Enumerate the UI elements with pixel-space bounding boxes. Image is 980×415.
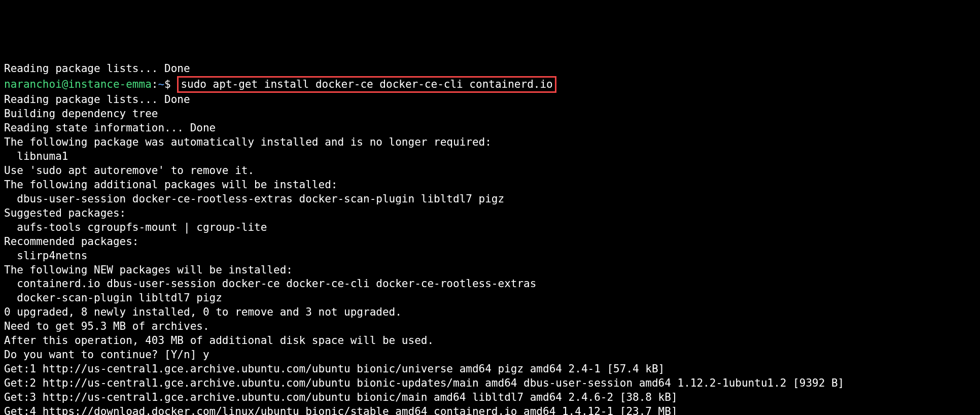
output-line-17: After this operation, 403 MB of addition…	[4, 334, 976, 348]
output-line-18: Do you want to continue? [Y/n] y	[4, 348, 976, 362]
output-line-6: The following additional packages will b…	[4, 178, 976, 192]
output-line-7: dbus-user-session docker-ce-rootless-ext…	[4, 192, 976, 206]
output-line-1: Building dependency tree	[4, 107, 976, 121]
output-line-3: The following package was automatically …	[4, 135, 976, 150]
output-line-8: Suggested packages:	[4, 206, 976, 221]
output-line-9: aufs-tools cgroupfs-mount | cgroup-lite	[4, 221, 976, 235]
output-line-21: Get:3 http://us-central1.gce.archive.ubu…	[4, 391, 976, 405]
output-line-11: slirp4netns	[4, 249, 976, 263]
output-line-22: Get:4 https://download.docker.com/linux/…	[4, 405, 976, 415]
prompt-dollar: $	[164, 78, 177, 90]
output-line-16: Need to get 95.3 MB of archives.	[4, 320, 976, 334]
output-line-10: Recommended packages:	[4, 235, 976, 249]
highlighted-command: sudo apt-get install docker-ce docker-ce…	[177, 76, 556, 93]
output-line-14: docker-scan-plugin libltdl7 pigz	[4, 291, 976, 305]
output-line-5: Use 'sudo apt autoremove' to remove it.	[4, 164, 976, 178]
prompt-user-host: naranchoi@instance-emma	[4, 78, 152, 90]
cutoff-previous-line: Reading package lists... Done	[4, 62, 976, 76]
prompt-colon: :	[152, 78, 158, 90]
prompt-path: ~	[158, 78, 164, 90]
output-line-2: Reading state information... Done	[4, 121, 976, 135]
prompt-line: naranchoi@instance-emma:~$ sudo apt-get …	[4, 76, 976, 93]
output-line-0: Reading package lists... Done	[4, 93, 976, 107]
terminal-window[interactable]: Reading package lists... Donenaranchoi@i…	[0, 57, 980, 415]
output-line-12: The following NEW packages will be insta…	[4, 263, 976, 278]
output-line-13: containerd.io dbus-user-session docker-c…	[4, 277, 976, 291]
output-line-20: Get:2 http://us-central1.gce.archive.ubu…	[4, 376, 976, 391]
output-line-19: Get:1 http://us-central1.gce.archive.ubu…	[4, 362, 976, 376]
output-line-15: 0 upgraded, 8 newly installed, 0 to remo…	[4, 305, 976, 320]
output-line-4: libnuma1	[4, 150, 976, 164]
